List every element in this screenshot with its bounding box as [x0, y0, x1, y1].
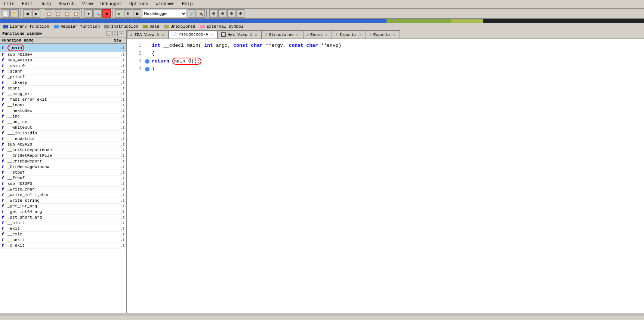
btn5[interactable]: 📋 — [63, 9, 71, 18]
fn-icon: f — [1, 80, 6, 85]
debug-detach[interactable]: 🔌 — [197, 9, 205, 18]
fn-row-start[interactable]: fstart.t — [0, 86, 126, 91]
fn-row---inc[interactable]: f__inc.t — [0, 114, 126, 119]
panel-close[interactable]: × — [119, 31, 124, 36]
fn-row---un-inc[interactable]: f__un_inc.t — [0, 119, 126, 125]
btn4[interactable]: 📋 — [54, 9, 62, 18]
panel-minimize[interactable]: _ — [106, 31, 111, 36]
tab-struct-icon: A — [265, 33, 268, 37]
fn-row-main[interactable]: f _main .t — [0, 44, 126, 52]
tab-hex-close[interactable]: ✕ — [254, 32, 258, 37]
fn-row---CrtDbgReport[interactable]: f__CrtDbgReport.t — [0, 159, 126, 164]
fn-row--CrtMessageWindow[interactable]: f_CrtMessageWindow.t — [0, 164, 126, 170]
debug-stop[interactable]: ⏹ — [133, 9, 141, 18]
fn-name: _get_short_arg — [7, 215, 114, 220]
btn9[interactable]: ⚙ — [209, 9, 218, 18]
fn-row---hextodec[interactable]: f__hextodec.t — [0, 108, 126, 114]
menu-view[interactable]: View — [80, 1, 95, 7]
fn-row----initstdio[interactable]: f___initstdio.t — [0, 131, 126, 136]
fn-row-sub-40100A[interactable]: fsub_40100A.t — [0, 52, 126, 58]
fn-row--c-exit[interactable]: f_c_exit.t — [0, 243, 126, 249]
menu-options[interactable]: Options — [127, 1, 150, 7]
tab-exports[interactable]: ⬆ Exports ✕ — [366, 30, 400, 39]
new-button[interactable]: 📄 — [1, 9, 10, 18]
tab-pseudo-icon: 📄 — [172, 32, 177, 37]
fn-icon: f — [1, 114, 6, 119]
nav-color-bar — [0, 19, 644, 23]
fn-row--main-0[interactable]: f_main_0.t — [0, 63, 126, 69]
fn-icon: f — [1, 182, 6, 186]
menu-help[interactable]: Help — [180, 1, 195, 7]
back-button[interactable]: ◀ — [23, 9, 31, 18]
line-dot-3 — [145, 59, 150, 64]
tab-hex-view[interactable]: 🔲 Hex View-1 ✕ — [218, 30, 262, 39]
tab-ida-view[interactable]: ◧ IDA View-A ✕ — [127, 30, 169, 39]
btn8[interactable]: 🔍 — [93, 9, 102, 18]
fn-row---CrtSetReportFile[interactable]: f__CrtSetReportFile.t — [0, 153, 126, 159]
fn-row-sub-4033F0[interactable]: fsub_4033F0.t — [0, 181, 126, 187]
debug-attach[interactable]: 🔗 — [188, 9, 196, 18]
tab-enums[interactable]: ≡ Enums ✕ — [303, 30, 332, 39]
fn-row--scanf[interactable]: f_scanf.t — [0, 69, 126, 74]
fn-row--write-multi-char[interactable]: f_write_multi_char.t — [0, 192, 126, 198]
fn-row--get-short-arg[interactable]: f_get_short_arg.t — [0, 215, 126, 220]
fn-name: __CrtDbgReport — [7, 159, 114, 164]
forward-button[interactable]: ▶ — [32, 9, 40, 18]
fn-row---ftbuf[interactable]: f__ftbuf.t — [0, 176, 126, 181]
menu-windows[interactable]: Windows — [154, 1, 177, 7]
fn-row--get-int-arg[interactable]: f_get_int_arg.t — [0, 204, 126, 209]
tab-imports[interactable]: ⬇ Imports ✕ — [332, 30, 366, 39]
fn-row-sub-402A20[interactable]: fsub_402A20.t — [0, 142, 126, 147]
btn10[interactable]: ⚙ — [218, 9, 227, 18]
fn-name: _get_int_arg — [7, 204, 114, 208]
menu-debugger[interactable]: Debugger — [98, 1, 124, 7]
fn-name: _main_0 — [7, 64, 114, 68]
btn3[interactable]: 📋 — [45, 9, 53, 18]
fn-row---CrtSetReportMode[interactable]: f__CrtSetReportMode.t — [0, 147, 126, 153]
fn-row---input[interactable]: f__input.t — [0, 103, 126, 108]
btn7[interactable]: ▼ — [84, 9, 93, 18]
functions-table[interactable]: Function name Se ▲ f _main .t fsub_40100… — [0, 37, 126, 313]
tab-import-close[interactable]: ✕ — [358, 32, 363, 37]
panel-restore[interactable]: □ — [113, 31, 118, 36]
tab-enum-close[interactable]: ✕ — [324, 32, 329, 37]
fn-row---exit[interactable]: f__exit.t — [0, 232, 126, 237]
code-view[interactable]: 1 int __cdecl main( int argc, const char… — [127, 39, 644, 313]
fn-row--write-char[interactable]: f_write_char.t — [0, 187, 126, 192]
open-button[interactable]: 📂 — [10, 9, 19, 18]
fn-row--exit[interactable]: f_exit.t — [0, 226, 126, 232]
tab-struct-close[interactable]: ✕ — [295, 32, 300, 37]
fn-row--get-int64-arg[interactable]: f_get_int64_arg.t — [0, 209, 126, 215]
menu-file[interactable]: File — [1, 1, 17, 7]
tab-export-close[interactable]: ✕ — [392, 32, 397, 37]
fn-row--printf[interactable]: f_printf.t — [0, 74, 126, 80]
fn-row---whiteout[interactable]: f__whiteout.t — [0, 125, 126, 131]
tab-ida-close[interactable]: ✕ — [161, 32, 165, 37]
fn-row---amsg-exit[interactable]: f__amsg_exit.t — [0, 91, 126, 97]
debugger-select[interactable]: No debuggerNo debugger — [142, 10, 187, 17]
debug-run[interactable]: ▶ — [115, 9, 123, 18]
menu-jump[interactable]: Jump — [38, 1, 53, 7]
fn-row--fast-error-exit[interactable]: f_fast_error_exit.t — [0, 97, 126, 103]
btn11[interactable]: ⚙ — [227, 9, 235, 18]
fn-row--write-string[interactable]: f_write_string.t — [0, 198, 126, 204]
btn12[interactable]: ⚙ — [236, 9, 244, 18]
menu-search[interactable]: Search — [56, 1, 77, 7]
fn-row---stbuf[interactable]: f__stbuf.t — [0, 170, 126, 176]
btn6[interactable]: 📋 — [72, 9, 80, 18]
fn-row---chkesp[interactable]: f__chkesp.t — [0, 80, 126, 86]
debug-pause[interactable]: ⏸ — [124, 9, 132, 18]
fn-icon: f — [1, 170, 6, 175]
menu-edit[interactable]: Edit — [20, 1, 35, 7]
tab-pseudo-close[interactable]: ✕ — [210, 32, 214, 37]
stop-btn[interactable]: ■ — [102, 9, 111, 18]
tab-structures[interactable]: A Structures ✕ — [262, 30, 303, 39]
scrollbar-area[interactable] — [0, 313, 644, 316]
fn-row----endstdio[interactable]: f___endstdio.t — [0, 136, 126, 142]
main0-call-highlight[interactable]: main_0(); — [172, 58, 201, 65]
fn-row-sub-401010[interactable]: fsub_401010.t — [0, 58, 126, 63]
fn-name: sub_4033F0 — [7, 182, 114, 186]
tab-pseudocode[interactable]: 📄 Pseudocode-A ✕ — [169, 30, 218, 39]
fn-row---cinit[interactable]: f__cinit.t — [0, 220, 126, 226]
fn-row---cexit[interactable]: f__cexit.t — [0, 237, 126, 243]
